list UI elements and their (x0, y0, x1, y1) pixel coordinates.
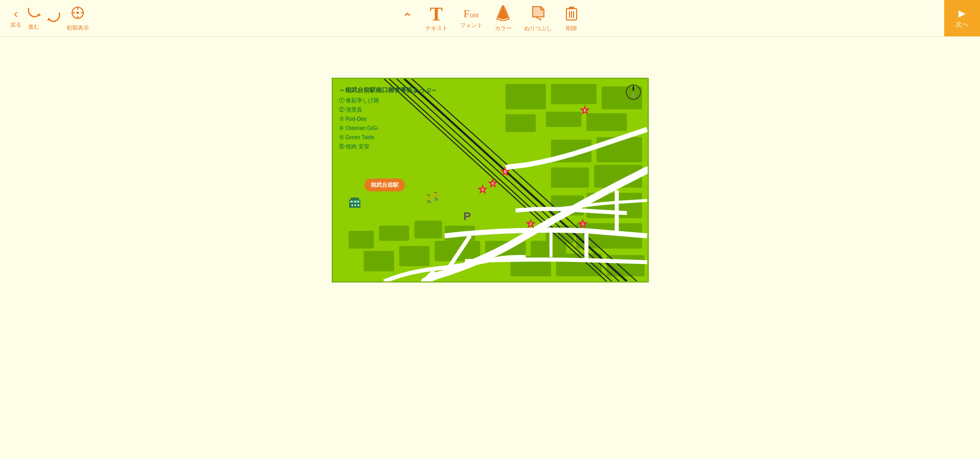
station-building-icon (348, 195, 361, 211)
svg-marker-1 (47, 17, 51, 20)
svg-rect-50 (350, 201, 353, 203)
svg-rect-42 (606, 255, 644, 277)
svg-text:N: N (632, 86, 634, 90)
font-tool-label: フォント (460, 21, 483, 29)
svg-rect-36 (348, 231, 374, 249)
svg-rect-38 (414, 221, 442, 238)
move-up-icon: ⌃ (402, 10, 413, 26)
svg-rect-21 (545, 112, 581, 127)
svg-text:5: 5 (504, 169, 506, 174)
reset-button[interactable]: 初期表示 (66, 5, 89, 32)
marker-2: 2 (525, 218, 536, 231)
forward-label: 進む (28, 23, 39, 31)
text-icon: T (430, 4, 443, 24)
parking-label: P (464, 210, 471, 223)
svg-rect-49 (351, 198, 359, 201)
undo-icon (46, 10, 62, 27)
compass: N (625, 84, 642, 100)
svg-text:4: 4 (491, 181, 494, 186)
reset-label: 初期表示 (66, 24, 89, 32)
marker-6: 6 (579, 104, 590, 118)
svg-point-3 (77, 11, 79, 14)
back-icon: ‹ (14, 8, 18, 20)
svg-rect-52 (357, 201, 359, 203)
svg-text:6: 6 (583, 108, 586, 113)
svg-rect-55 (354, 204, 356, 206)
delete-icon (564, 5, 579, 24)
fill-tool-label: ぬりつぶし (524, 25, 552, 32)
text-tool-label: テキスト (425, 25, 448, 32)
svg-point-8 (502, 6, 505, 9)
marker-5: 5 (499, 166, 511, 179)
delete-tool-button[interactable]: 削除 (564, 5, 579, 32)
toolbar-left-group: ‹ 戻る 進む (10, 5, 89, 32)
fill-icon (530, 5, 546, 24)
next-arrow: ▶ (959, 8, 966, 19)
move-up-button[interactable]: ⌃ (402, 10, 413, 26)
svg-rect-22 (586, 113, 627, 131)
next-button[interactable]: ▶ 次へ (944, 0, 980, 36)
toolbar-center-group: ⌃ T テキスト Font フォント カラー (402, 4, 579, 32)
legend-item-1: ① 食彩亭しげ路 (339, 96, 437, 105)
fill-tool-button[interactable]: ぬりつぶし (524, 5, 552, 32)
marker-4: 4 (487, 178, 498, 191)
svg-text:3: 3 (481, 187, 484, 192)
forward-icon (26, 6, 42, 22)
svg-rect-51 (354, 201, 356, 203)
next-label: 次へ (955, 20, 969, 29)
toolbar: ‹ 戻る 進む (0, 0, 980, 37)
svg-rect-25 (551, 167, 588, 188)
station-label: 相武台前駅 (364, 179, 405, 191)
svg-rect-34 (399, 246, 429, 267)
reset-icon (70, 5, 85, 23)
person-icon-2: 🚶 (431, 191, 441, 201)
svg-marker-59 (632, 93, 634, 99)
map-area: ～相武台前駅南口御食事処まっぷ～ ① 食彩亭しげ路 ② 沏里良 ③ Rod-De… (0, 37, 980, 323)
svg-rect-54 (351, 204, 353, 206)
svg-rect-56 (357, 204, 359, 206)
font-tool-button[interactable]: Font フォント (460, 7, 483, 29)
map-legend: ～相武台前駅南口御食事処まっぷ～ ① 食彩亭しげ路 ② 沏里良 ③ Rod-De… (339, 85, 437, 151)
map-title: ～相武台前駅南口御食事処まっぷ～ (339, 85, 437, 95)
svg-marker-0 (37, 13, 41, 16)
marker-1: 1 (577, 218, 588, 231)
legend-item-4: ④ Osterian GiGi (339, 124, 437, 133)
legend-item-2: ② 沏里良 (339, 105, 437, 115)
map-container: ～相武台前駅南口御食事処まっぷ～ ① 食彩亭しげ路 ② 沏里良 ③ Rod-De… (332, 78, 649, 282)
legend-item-3: ③ Rod-Dee (339, 115, 437, 124)
svg-rect-17 (505, 84, 545, 110)
svg-rect-12 (569, 7, 574, 9)
svg-rect-41 (556, 254, 601, 277)
svg-text:1: 1 (581, 222, 584, 226)
back-button[interactable]: ‹ 戻る (10, 8, 21, 29)
delete-tool-label: 削除 (566, 25, 577, 32)
back-label: 戻る (10, 21, 21, 29)
legend-item-6: ⑥ 焼肉 安安 (339, 142, 437, 151)
svg-rect-35 (363, 251, 394, 272)
color-icon (496, 5, 510, 24)
color-tool-label: カラー (495, 25, 512, 32)
color-tool-button[interactable]: カラー (495, 5, 512, 32)
legend-item-5: ⑤ Green Table (339, 133, 437, 142)
marker-3: 3 (477, 184, 488, 197)
svg-rect-18 (551, 84, 596, 104)
svg-text:2: 2 (529, 222, 532, 226)
svg-rect-37 (379, 226, 409, 241)
forward-button[interactable]: 進む (26, 6, 42, 31)
font-icon: Font (463, 7, 478, 20)
text-tool-button[interactable]: T テキスト (425, 4, 448, 32)
undo-button[interactable] (46, 10, 62, 27)
svg-rect-20 (505, 114, 535, 132)
